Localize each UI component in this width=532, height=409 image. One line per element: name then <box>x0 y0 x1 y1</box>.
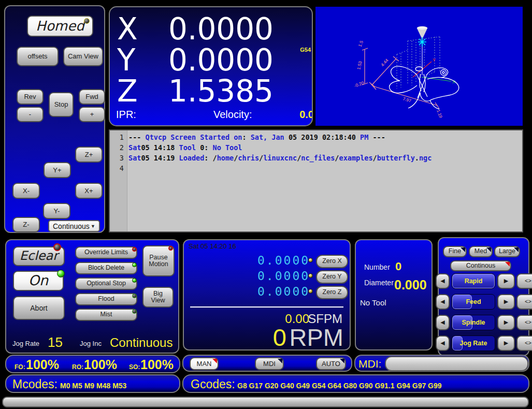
mcodes-label: Mcodes: <box>12 377 57 391</box>
z-axis-label: Z <box>423 48 426 53</box>
dro-row-z: Z 1.5385 <box>110 74 312 104</box>
line-number: 3 <box>110 153 128 163</box>
override-limits-toggle[interactable]: Override Limits <box>75 246 137 259</box>
optional-stop-led-icon <box>132 278 137 283</box>
big-view-button[interactable]: Big View <box>142 287 174 308</box>
screen: Homed offsets Cam View Rev Stop Fwd - + … <box>0 0 532 409</box>
dro-axis-letter: X <box>117 11 138 41</box>
jog-y-plus-button[interactable]: Y+ <box>44 162 71 178</box>
abort-button[interactable]: Abort <box>13 296 65 320</box>
mode-mdi-button[interactable]: MDI <box>255 357 284 370</box>
jograte-spinner-button[interactable]: <> <box>516 335 532 351</box>
mdi-command-input[interactable] <box>385 356 528 371</box>
feed-decrease-button[interactable]: ◀ <box>436 294 450 310</box>
dro-row-y: Y 0.0000 <box>110 42 312 72</box>
feed-spinner-button[interactable]: <> <box>516 294 532 310</box>
chevron-down-icon: ▼ <box>91 224 95 229</box>
butterfly-toolpath <box>390 66 459 109</box>
tool-info-panel: Number 0 Diameter 0.000 No Tool <box>355 239 433 350</box>
mist-toggle[interactable]: Mist <box>75 309 137 321</box>
rapid-override-label: RO: <box>72 363 83 371</box>
spindle-spinner-button[interactable]: <> <box>516 315 532 330</box>
spindle-rev-button[interactable]: Rev <box>17 89 44 105</box>
override-limits-led-icon <box>132 247 137 252</box>
cam-view-button[interactable]: Cam View <box>63 47 103 66</box>
spindle-override-value: 100% <box>140 357 174 372</box>
feed-override-slider[interactable]: Feed <box>452 294 495 310</box>
jog-increment-select[interactable]: Continuous ▼ <box>48 220 100 232</box>
spindle-increase-button[interactable]: ▶ <box>497 315 515 330</box>
jog-fine-button[interactable]: Fine <box>443 246 467 257</box>
override-limits-label: Override Limits <box>84 249 128 256</box>
rpm-unit: RPM <box>290 323 343 352</box>
log-console[interactable]: 1 --- Qtvcp Screen Started on: Sat, Jan … <box>109 129 523 232</box>
mode-auto-button[interactable]: AUTO <box>316 357 346 370</box>
jograte-increase-button[interactable]: ▶ <box>497 335 515 351</box>
machine-on-button[interactable]: On <box>13 271 64 291</box>
offsets-button[interactable]: offsets <box>17 47 59 66</box>
gremlin-preview[interactable]: 1.5 1.53 -0.20 4.44 7.97 1.19 Y X Z <box>314 5 524 127</box>
feed-override-label: FO: <box>15 363 25 371</box>
line-number: 1 <box>110 132 128 142</box>
dro-axis-value: 0.0000 <box>168 11 274 47</box>
line-number: 4 <box>110 163 128 173</box>
dimension-lines <box>362 48 439 109</box>
jog-x-plus-button[interactable]: X+ <box>75 183 103 199</box>
corner-marker-icon <box>278 359 282 363</box>
block-delete-toggle[interactable]: Block Delete <box>75 262 137 274</box>
tool-highlight-icon <box>418 37 426 47</box>
flood-label: Flood <box>98 296 114 302</box>
mode-man-button[interactable]: MAN <box>190 357 219 370</box>
feed-increase-button[interactable]: ▶ <box>497 294 515 310</box>
spindle-slower-button[interactable]: - <box>17 107 44 122</box>
zero-z-button[interactable]: Zero Z <box>316 286 348 299</box>
mode-select-panel: MAN MDI AUTO <box>182 355 352 372</box>
jog-increment-value: Continuous <box>53 222 90 230</box>
dro-axis-value: 0.0000 <box>168 42 274 78</box>
spindle-decrease-button[interactable]: ◀ <box>436 315 450 330</box>
mcodes-panel: Mcodes: M0 M5 M9 M48 M53 <box>5 374 180 393</box>
log-line: 1 --- Qtvcp Screen Started on: Sat, Jan … <box>110 132 522 142</box>
jog-x-minus-button[interactable]: X- <box>12 183 40 199</box>
optional-stop-toggle[interactable]: Optional Stop <box>75 277 137 290</box>
rapid-override-slider[interactable]: Rapid <box>452 273 495 289</box>
zero-x-button[interactable]: Zero X <box>316 255 348 268</box>
dro-panel: X 0.0000 Y 0.0000 Z 1.5385 G54 IPR: Velo… <box>109 6 313 126</box>
toolpath-plot: 1.5 1.53 -0.20 4.44 7.97 1.19 Y X Z <box>315 7 523 126</box>
line-number: 2 <box>110 142 128 153</box>
jog-z-plus-button[interactable]: Z+ <box>75 147 103 163</box>
spindle-fwd-button[interactable]: Fwd <box>79 89 105 105</box>
jog-y-minus-button[interactable]: Y- <box>43 203 70 219</box>
jog-continuous-button[interactable]: Continous <box>450 260 511 271</box>
flood-toggle[interactable]: Flood <box>75 293 137 305</box>
gcodes-panel: Gcodes: G8 G17 G20 G40 G49 G54 G64 G80 G… <box>182 374 529 393</box>
jog-large-button[interactable]: Large <box>494 246 520 257</box>
gcodes-label: Gcodes: <box>191 377 235 391</box>
log-line: 3 Sat05 14:19 Loaded: /home/chris/linuxc… <box>110 153 522 163</box>
jog-med-button[interactable]: Med <box>469 246 493 257</box>
jog-rate-label: Jog Rate <box>12 340 39 347</box>
jog-rate-value: 15 <box>48 334 63 350</box>
flood-led-icon <box>132 294 137 298</box>
rapid-increase-button[interactable]: ▶ <box>497 273 515 289</box>
velocity-label: Velocity: <box>213 109 252 121</box>
spindle-override-label: SO: <box>129 363 140 371</box>
homed-button[interactable]: Homed <box>27 16 93 37</box>
jograte-decrease-button[interactable]: ◀ <box>436 335 450 351</box>
spindle-stop-button[interactable]: Stop <box>49 92 74 117</box>
jog-z-minus-button[interactable]: Z- <box>12 217 40 232</box>
extents-dashed-lines <box>397 37 440 89</box>
spindle-faster-button[interactable]: + <box>79 107 105 122</box>
optional-stop-label: Optional Stop <box>87 280 126 287</box>
rapid-spinner-button[interactable]: <> <box>516 273 532 289</box>
spindle-override-slider[interactable]: Spindle <box>452 315 495 330</box>
coord-system-badge: G54 <box>300 47 311 53</box>
jog-inc-label: Jog Inc <box>80 340 102 347</box>
rapid-decrease-button[interactable]: ◀ <box>436 273 450 289</box>
log-line: 4 <box>110 163 522 173</box>
mdi-label: MDI: <box>358 358 381 370</box>
zero-y-button[interactable]: Zero Y <box>316 270 348 284</box>
corner-marker-icon <box>461 247 465 252</box>
dro-axis-letter: Y <box>117 42 135 72</box>
jog-rate-slider[interactable]: Jog Rate <box>452 335 495 351</box>
